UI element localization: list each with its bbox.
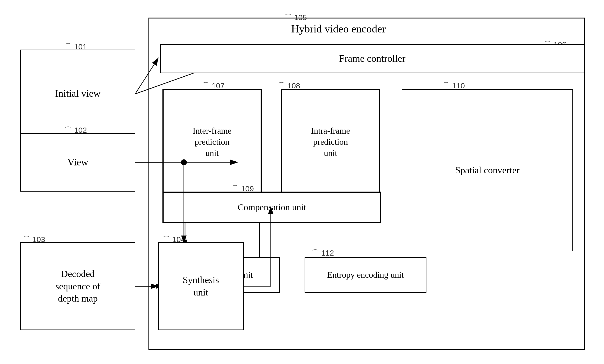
diagram: ⌒ 105 Hybrid video encoder ⌒ 106 Frame c… — [0, 0, 604, 364]
view-box: View — [20, 133, 135, 192]
ref-105: ⌒ 105 — [284, 12, 307, 23]
synthesis-unit-box: Synthesis unit — [158, 242, 244, 330]
hybrid-video-encoder-label: Hybrid video encoder — [248, 23, 429, 35]
spatial-converter-box: Spatial converter — [402, 89, 573, 251]
svg-line-11 — [135, 59, 158, 94]
intra-frame-box: Intra-frame prediction unit — [281, 89, 380, 195]
compensation-unit-box: Compensation unit — [163, 192, 381, 223]
entropy-encoding-box: Entropy encoding unit — [305, 257, 427, 293]
frame-controller-box: Frame controller — [160, 44, 584, 73]
decoded-sequence-box: Decoded sequence of depth map — [20, 242, 135, 330]
initial-view-box: Initial view — [20, 49, 135, 137]
inter-frame-box: Inter-frame prediction unit — [163, 89, 262, 195]
